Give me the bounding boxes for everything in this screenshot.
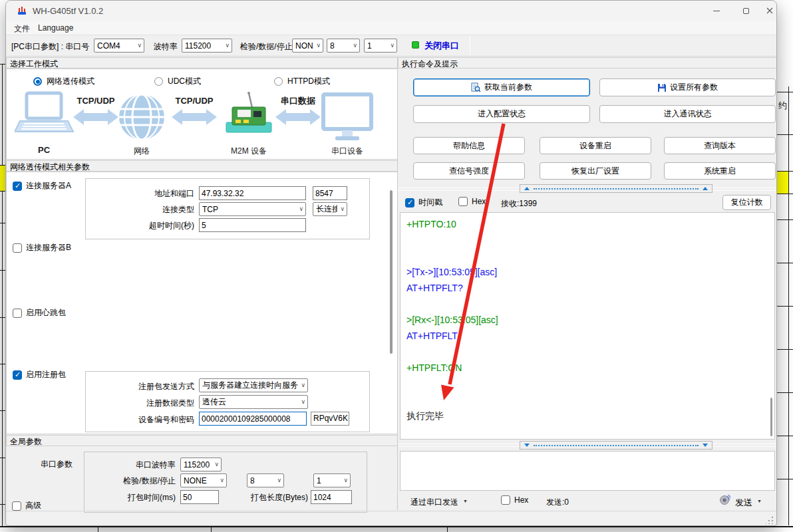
collapse-up-icon: [703, 187, 708, 190]
enter-comm-button[interactable]: 进入通讯状态: [599, 105, 776, 123]
timeout-label: 超时时间(秒): [85, 220, 194, 231]
collapse-up-icon: [524, 187, 530, 190]
recv-counter: 接收:1399: [501, 198, 537, 209]
bg-grid-line: [777, 263, 793, 263]
radio-httpd-mode[interactable]: HTTPD模式: [274, 76, 330, 87]
splitter-handle-bottom[interactable]: [520, 441, 713, 450]
bg-grid-line: [0, 317, 5, 318]
work-mode-panel: 网络透传模式 UDC模式 HTTPD模式: [6, 68, 398, 160]
set-params-button[interactable]: 设置所有参数: [599, 78, 776, 96]
close-button[interactable]: [761, 1, 777, 21]
serial-open-indicator: [412, 41, 419, 49]
query-version-button[interactable]: 查询版本: [664, 137, 776, 154]
checkbox-server-b[interactable]: 连接服务器B: [13, 242, 71, 253]
menu-language[interactable]: Language: [35, 23, 76, 33]
server-a-address-input[interactable]: [199, 186, 306, 200]
bg-grid-line: [447, 527, 448, 532]
checkbox-icon: [12, 501, 21, 511]
reg-type-select[interactable]: 透传云: [199, 395, 308, 409]
parity-select[interactable]: NONE: [292, 39, 323, 53]
databits-select[interactable]: 8: [327, 39, 360, 53]
reg-send-select[interactable]: 与服务器建立连接时向服务: [199, 378, 308, 392]
get-params-button[interactable]: 获取当前参数: [413, 78, 590, 96]
bg-grid-line: [98, 527, 98, 532]
log-line: [406, 248, 774, 264]
menu-file[interactable]: 文件: [11, 23, 33, 35]
reset-counter-button[interactable]: 复位计数: [722, 195, 771, 210]
close-serial-button[interactable]: 关闭串口: [424, 40, 459, 52]
radio-icon: [33, 77, 42, 86]
title-bar[interactable]: WH-G405tf V1.0.2: [6, 1, 777, 21]
timeout-input[interactable]: [199, 218, 306, 232]
stopbits-select[interactable]: 1: [364, 39, 397, 53]
window-title: WH-G405tf V1.0.2: [33, 6, 103, 16]
bg-grid-line: [0, 165, 5, 166]
log-scrollbar[interactable]: [770, 398, 772, 436]
node-label-pc: PC: [38, 145, 51, 155]
bg-grid-line: [0, 364, 5, 364]
bg-grid-line: [777, 134, 793, 135]
splitter-dots: [534, 188, 699, 190]
conn-type-select[interactable]: TCP: [199, 202, 306, 216]
system-reboot-button[interactable]: 系统重启: [664, 162, 776, 180]
node-label-net: 网络: [134, 146, 150, 156]
bg-grid-line: [777, 194, 793, 194]
maximize-button[interactable]: [731, 1, 761, 21]
device-reboot-button[interactable]: 设备重启: [540, 137, 651, 154]
node-label-m2m: M2M 设备: [231, 146, 267, 156]
send-via-dropdown[interactable]: 通过串口发送: [410, 497, 468, 508]
resize-grip[interactable]: [766, 516, 774, 524]
maximize-icon: [743, 8, 749, 14]
checkbox-advanced[interactable]: 高级: [12, 500, 41, 511]
bg-grid-line: [777, 479, 793, 479]
checkbox-log-hex[interactable]: Hex: [458, 197, 486, 206]
log-line: [406, 344, 774, 360]
enter-config-button[interactable]: 进入配置状态: [413, 105, 590, 123]
floppy-disk-icon: [657, 83, 667, 92]
global-baud-select[interactable]: 115200: [180, 458, 222, 471]
menu-bar: 文件 Language: [6, 21, 777, 35]
link-label-tcpudp2: TCP/UDP: [175, 96, 213, 106]
server-a-port-input[interactable]: [313, 186, 347, 200]
com-port-select[interactable]: COM4: [94, 39, 144, 53]
signal-strength-button[interactable]: 查信号强度: [413, 162, 525, 180]
work-mode-header: 选择工作模式: [6, 57, 398, 68]
left-panel-scrollbar[interactable]: [390, 190, 393, 354]
pack-len-input[interactable]: [311, 490, 352, 504]
checkbox-heartbeat[interactable]: 启用心跳包: [13, 307, 66, 319]
send-button[interactable]: 发送: [735, 497, 762, 509]
speaker-icon: [719, 494, 730, 505]
bg-text-fragment: 约: [778, 100, 787, 112]
checkbox-icon: [405, 198, 414, 207]
global-stopbits-select[interactable]: 1: [313, 473, 351, 487]
panel-divider: [397, 57, 398, 510]
device-id-input[interactable]: [199, 412, 307, 426]
help-button[interactable]: 帮助信息: [413, 137, 525, 154]
checkbox-timestamp[interactable]: 时间戳: [405, 197, 442, 208]
arrow-icon: [73, 109, 118, 125]
radio-net-transparent[interactable]: 网络透传模式: [33, 76, 94, 87]
checkbox-server-a[interactable]: 连接服务器A: [13, 180, 71, 192]
arrow-icon: [172, 109, 217, 125]
send-input-area[interactable]: [400, 451, 775, 491]
splitter-handle-top[interactable]: [520, 184, 713, 193]
conn-mode-select[interactable]: 长连接: [313, 202, 347, 216]
factory-reset-button[interactable]: 恢复出厂设置: [540, 162, 651, 180]
checkbox-icon: [13, 370, 22, 380]
baud-select[interactable]: 115200: [182, 39, 232, 53]
m2m-device-icon: [226, 92, 271, 132]
checkbox-send-hex[interactable]: Hex: [501, 495, 528, 505]
log-output[interactable]: +HTPTO:10 >[Tx->][10:53:05][asc] AT+HTPF…: [400, 212, 775, 440]
bg-grid-line: [777, 306, 793, 307]
device-password-box[interactable]: RPqvV6K: [311, 412, 349, 426]
log-line: [406, 376, 774, 392]
radio-udc-mode[interactable]: UDC模式: [154, 76, 201, 87]
checkbox-register[interactable]: 启用注册包: [13, 369, 66, 380]
collapse-down-icon: [703, 444, 708, 447]
baud-label: 波特率: [154, 41, 178, 53]
close-icon: [766, 7, 773, 14]
global-databits-select[interactable]: 8: [247, 473, 284, 487]
pack-time-input[interactable]: [180, 490, 219, 504]
minimize-button[interactable]: [701, 1, 731, 21]
global-parity-select[interactable]: NONE: [180, 473, 227, 487]
